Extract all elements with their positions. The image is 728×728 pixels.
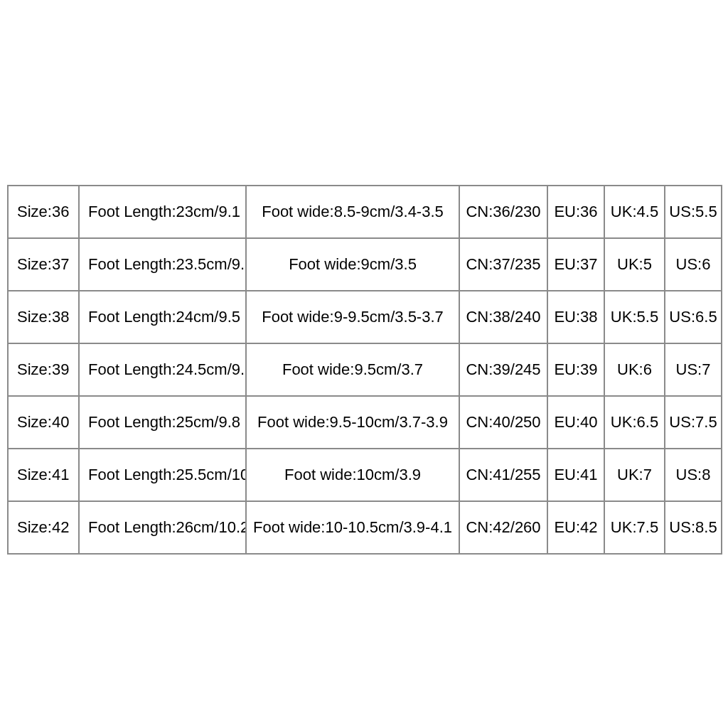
cell-uk: UK:7.5	[604, 501, 665, 554]
table-row: Size:42 Foot Length:26cm/10.2 Foot wide:…	[8, 501, 722, 554]
cell-eu: EU:38	[547, 291, 604, 343]
cell-foot-length: Foot Length:23cm/9.1	[79, 186, 246, 238]
cell-us: US:7.5	[665, 396, 722, 449]
cell-foot-wide: Foot wide:9cm/3.5	[246, 238, 459, 291]
cell-uk: UK:5.5	[604, 291, 665, 343]
cell-size: Size:39	[8, 343, 79, 396]
cell-uk: UK:6.5	[604, 396, 665, 449]
cell-us: US:8	[665, 449, 722, 501]
cell-foot-length: Foot Length:24cm/9.5	[79, 291, 246, 343]
cell-us: US:5.5	[665, 186, 722, 238]
cell-eu: EU:42	[547, 501, 604, 554]
size-chart-table: Size:36 Foot Length:23cm/9.1 Foot wide:8…	[7, 185, 722, 555]
cell-cn: CN:41/255	[459, 449, 547, 501]
cell-foot-length: Foot Length:23.5cm/9.3	[79, 238, 246, 291]
cell-uk: UK:6	[604, 343, 665, 396]
cell-size: Size:41	[8, 449, 79, 501]
cell-foot-wide: Foot wide:9-9.5cm/3.5-3.7	[246, 291, 459, 343]
table-row: Size:39 Foot Length:24.5cm/9.7 Foot wide…	[8, 343, 722, 396]
table-row: Size:36 Foot Length:23cm/9.1 Foot wide:8…	[8, 186, 722, 238]
cell-uk: UK:4.5	[604, 186, 665, 238]
cell-uk: UK:5	[604, 238, 665, 291]
table-row: Size:37 Foot Length:23.5cm/9.3 Foot wide…	[8, 238, 722, 291]
cell-us: US:7	[665, 343, 722, 396]
cell-eu: EU:39	[547, 343, 604, 396]
cell-us: US:6	[665, 238, 722, 291]
cell-foot-wide: Foot wide:10cm/3.9	[246, 449, 459, 501]
cell-uk: UK:7	[604, 449, 665, 501]
cell-foot-length: Foot Length:25.5cm/10	[79, 449, 246, 501]
cell-foot-wide: Foot wide:10-10.5cm/3.9-4.1	[246, 501, 459, 554]
cell-cn: CN:37/235	[459, 238, 547, 291]
table-row: Size:40 Foot Length:25cm/9.8 Foot wide:9…	[8, 396, 722, 449]
cell-eu: EU:41	[547, 449, 604, 501]
cell-eu: EU:36	[547, 186, 604, 238]
cell-cn: CN:42/260	[459, 501, 547, 554]
cell-cn: CN:39/245	[459, 343, 547, 396]
cell-eu: EU:37	[547, 238, 604, 291]
cell-cn: CN:38/240	[459, 291, 547, 343]
cell-size: Size:42	[8, 501, 79, 554]
cell-foot-length: Foot Length:26cm/10.2	[79, 501, 246, 554]
table-row: Size:41 Foot Length:25.5cm/10 Foot wide:…	[8, 449, 722, 501]
cell-us: US:8.5	[665, 501, 722, 554]
cell-foot-wide: Foot wide:9.5-10cm/3.7-3.9	[246, 396, 459, 449]
cell-size: Size:37	[8, 238, 79, 291]
cell-cn: CN:36/230	[459, 186, 547, 238]
cell-us: US:6.5	[665, 291, 722, 343]
cell-size: Size:36	[8, 186, 79, 238]
cell-size: Size:40	[8, 396, 79, 449]
cell-foot-wide: Foot wide:8.5-9cm/3.4-3.5	[246, 186, 459, 238]
cell-size: Size:38	[8, 291, 79, 343]
table-row: Size:38 Foot Length:24cm/9.5 Foot wide:9…	[8, 291, 722, 343]
cell-foot-length: Foot Length:25cm/9.8	[79, 396, 246, 449]
cell-foot-wide: Foot wide:9.5cm/3.7	[246, 343, 459, 396]
cell-cn: CN:40/250	[459, 396, 547, 449]
cell-eu: EU:40	[547, 396, 604, 449]
cell-foot-length: Foot Length:24.5cm/9.7	[79, 343, 246, 396]
